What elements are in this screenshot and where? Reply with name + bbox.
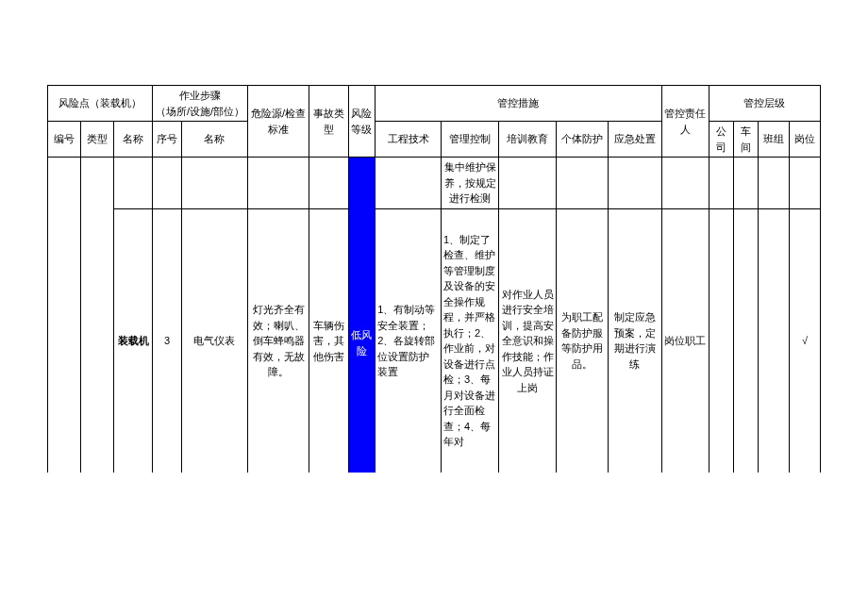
cell-type [80, 158, 113, 473]
cell-ppe [557, 158, 609, 209]
cell-responsible [661, 158, 709, 209]
hdr-risk-point: 风险点（装载机） [48, 86, 153, 122]
cell-seq: 3 [153, 208, 182, 473]
cell-hazard [247, 158, 309, 209]
hdr-ppe: 个体防护 [557, 122, 609, 158]
cell-name [113, 158, 152, 209]
cell-company [709, 158, 733, 209]
cell-hazard: 灯光齐全有效；喇叭、倒车蜂鸣器有效，无故障。 [247, 208, 309, 473]
cell-seq [153, 158, 182, 209]
cell-workshop [734, 208, 759, 473]
cell-team [759, 208, 790, 473]
cell-post: √ [790, 208, 821, 473]
table-row: 装载机 3 电气仪表 灯光齐全有效；喇叭、倒车蜂鸣器有效，无故障。 车辆伤害，其… [48, 208, 821, 473]
cell-risk-level: 低风险 [348, 158, 375, 473]
hdr-step-name: 名称 [181, 122, 247, 158]
hdr-type: 类型 [80, 122, 113, 158]
document-page: 风险点（装载机） 作业步骤 （场所/设施/部位） 危险源/检查标准 事故类型 风… [0, 0, 868, 614]
cell-eng-tech: 1、有制动等安全装置；2、各旋转部位设置防护装置 [376, 208, 442, 473]
hdr-no: 编号 [48, 122, 81, 158]
cell-training [499, 158, 557, 209]
hdr-name: 名称 [113, 122, 152, 158]
hdr-hazard: 危险源/检查标准 [247, 86, 309, 158]
cell-emergency [608, 158, 661, 209]
hdr-responsible: 管控责任人 [661, 86, 709, 158]
cell-post [790, 158, 821, 209]
cell-training: 对作业人员进行安全培训，提高安全意识和操作技能；作业人员持证上岗 [499, 208, 557, 473]
cell-responsible: 岗位职工 [661, 208, 709, 473]
hdr-mgmt-ctrl: 管理控制 [442, 122, 499, 158]
cell-mgmt-ctrl: 集中维护保养，按规定进行检测 [442, 158, 499, 209]
hdr-seq: 序号 [153, 122, 182, 158]
cell-workshop [734, 158, 759, 209]
cell-step-name: 电气仪表 [181, 208, 247, 473]
cell-no [48, 158, 81, 473]
hdr-team: 班组 [759, 122, 790, 158]
hdr-control-measures: 管控措施 [376, 86, 662, 122]
hdr-risk-level: 风险等级 [348, 86, 375, 158]
table-row: 低风险 集中维护保养，按规定进行检测 [48, 158, 821, 209]
hdr-training: 培训教育 [499, 122, 557, 158]
cell-name: 装载机 [113, 208, 152, 473]
hdr-company: 公司 [709, 122, 733, 158]
cell-company [709, 208, 733, 473]
cell-mgmt-ctrl: 1、制定了检查、维护等管理制度及设备的安全操作规程，并严格执行；2、作业前，对设… [442, 208, 499, 473]
hdr-eng-tech: 工程技术 [376, 122, 442, 158]
cell-emergency: 制定应急预案，定期进行演练 [608, 208, 661, 473]
cell-eng-tech [376, 158, 442, 209]
hdr-work-step: 作业步骤 （场所/设施/部位） [153, 86, 247, 122]
cell-step-name [181, 158, 247, 209]
hdr-workshop: 车间 [734, 122, 759, 158]
cell-team [759, 158, 790, 209]
cell-accident-type: 车辆伤害，其他伤害 [309, 208, 348, 473]
hdr-post: 岗位 [790, 122, 821, 158]
hdr-accident-type: 事故类型 [309, 86, 348, 158]
header-row-1: 风险点（装载机） 作业步骤 （场所/设施/部位） 危险源/检查标准 事故类型 风… [48, 86, 821, 122]
risk-table: 风险点（装载机） 作业步骤 （场所/设施/部位） 危险源/检查标准 事故类型 风… [47, 85, 821, 473]
hdr-control-level: 管控层级 [709, 86, 820, 122]
hdr-emergency: 应急处置 [608, 122, 661, 158]
cell-ppe: 为职工配备防护服等防护用品。 [557, 208, 609, 473]
cell-accident-type [309, 158, 348, 209]
